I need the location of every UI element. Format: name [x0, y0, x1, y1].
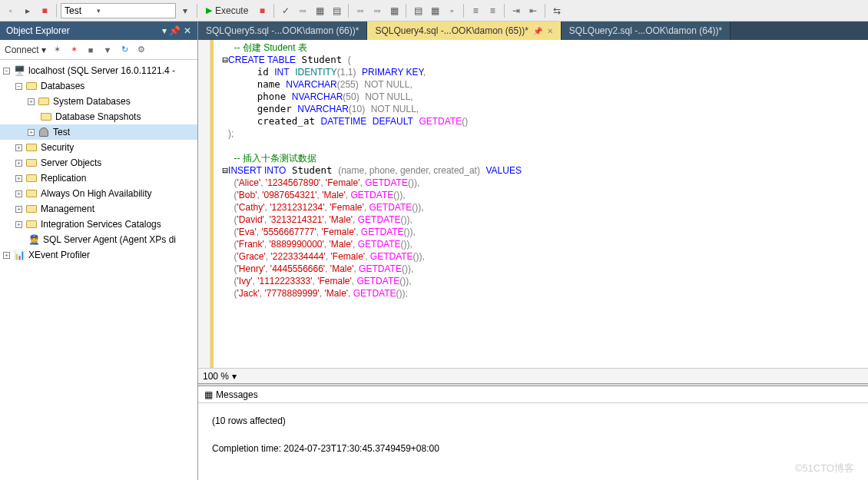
live-stats-icon[interactable]: ▦	[386, 3, 402, 18]
zoom-level[interactable]: 100 %	[203, 371, 229, 382]
uncomment-icon[interactable]: ≡	[485, 3, 500, 18]
results-text-icon[interactable]: ▦	[427, 3, 442, 18]
close-tab-icon[interactable]: ✕	[547, 27, 553, 35]
parse-icon[interactable]: ✓	[278, 3, 293, 18]
tab-query2[interactable]: SQLQuery2.sql -...OOK\damon (64))*	[562, 22, 731, 40]
object-explorer-panel: Object Explorer ▾ 📌 ✕ Connect ▾ ✶ ✶ ■ ▼ …	[0, 22, 198, 480]
agent-node[interactable]: 👮SQL Server Agent (Agent XPs di	[0, 232, 197, 247]
execute-button[interactable]: ▶Execute	[201, 3, 253, 18]
close-icon[interactable]: ✕	[184, 25, 191, 36]
pin-icon[interactable]: ▾ 📌	[162, 25, 181, 36]
server-objects-node[interactable]: +Server Objects	[0, 155, 197, 170]
display-plan-icon[interactable]: ▫▫	[295, 3, 310, 18]
security-node[interactable]: +Security	[0, 140, 197, 155]
table-icon[interactable]: ▦	[312, 3, 327, 18]
sql-editor[interactable]: -- 创建 Student 表 ⊟CREATE TABLE Student ( …	[198, 40, 868, 368]
messages-icon: ▦	[204, 389, 213, 400]
stop-icon[interactable]: ✶	[68, 44, 80, 56]
database-combo[interactable]: Test	[61, 3, 176, 18]
messages-output: (10 rows affected) Completion time: 2024…	[198, 403, 868, 480]
indent-icon[interactable]: ⇥	[509, 3, 524, 18]
sysdb-node[interactable]: +System Databases	[0, 94, 197, 109]
refresh-icon[interactable]: ↻	[118, 44, 131, 56]
debug-stop-icon[interactable]: ■	[254, 3, 270, 18]
options-icon[interactable]: ▫▫	[353, 3, 368, 18]
search-icon[interactable]: ⚙	[135, 44, 147, 56]
xevent-node[interactable]: +📊XEvent Profiler	[0, 247, 197, 263]
outdent-icon[interactable]: ⇤	[525, 3, 541, 18]
server-node[interactable]: −🖥️localhost (SQL Server 16.0.1121.4 -	[0, 63, 197, 78]
zoom-bar: 100 % ▾	[198, 368, 868, 383]
results-grid-icon[interactable]: ▤	[410, 3, 426, 18]
dropdown-icon[interactable]: ▾	[177, 3, 193, 18]
disconnect-icon[interactable]: ✶	[51, 44, 63, 56]
results-file-icon[interactable]: ▫	[444, 3, 459, 18]
connect-toolbar: Connect ▾ ✶ ✶ ■ ▼ ↻ ⚙	[0, 40, 197, 60]
filter-icon[interactable]: ▼	[101, 44, 114, 56]
stop-icon[interactable]: ■	[37, 3, 52, 18]
nav-back-icon[interactable]: ◦	[3, 3, 18, 18]
comment-icon[interactable]: ≡	[468, 3, 483, 18]
management-node[interactable]: +Management	[0, 201, 197, 217]
messages-tab[interactable]: ▦ Messages	[198, 386, 868, 403]
snapshots-node[interactable]: Database Snapshots	[0, 109, 197, 124]
main-toolbar: ◦ ▸ ■ Test ▾ ▶Execute ■ ✓ ▫▫ ▦ ▤ ▫▫ ▫▫ ▦…	[0, 0, 868, 22]
databases-node[interactable]: −Databases	[0, 78, 197, 94]
filter-off-icon[interactable]: ■	[84, 44, 97, 56]
isc-node[interactable]: +Integration Services Catalogs	[0, 217, 197, 232]
tab-query5[interactable]: SQLQuery5.sql -...OOK\damon (66))*	[198, 22, 367, 40]
nav-fwd-icon[interactable]: ▸	[20, 3, 35, 18]
panel-title: Object Explorer ▾ 📌 ✕	[0, 22, 197, 40]
pin-icon[interactable]: 📌	[533, 27, 542, 35]
tab-query4[interactable]: SQLQuery4.sql -...OOK\damon (65))*📌✕	[367, 22, 561, 40]
include-plan-icon[interactable]: ▤	[329, 3, 344, 18]
zoom-dropdown-icon[interactable]: ▾	[232, 371, 237, 382]
test-db-node[interactable]: +Test	[0, 124, 197, 140]
alwayson-node[interactable]: +Always On High Availability	[0, 186, 197, 201]
editor-tabs: SQLQuery5.sql -...OOK\damon (66))* SQLQu…	[198, 22, 868, 40]
client-stats-icon[interactable]: ▫▫	[369, 3, 385, 18]
replication-node[interactable]: +Replication	[0, 170, 197, 186]
connect-button[interactable]: Connect ▾	[5, 45, 46, 55]
specify-values-icon[interactable]: ⇆	[549, 3, 565, 18]
object-tree[interactable]: −🖥️localhost (SQL Server 16.0.1121.4 - −…	[0, 60, 197, 480]
